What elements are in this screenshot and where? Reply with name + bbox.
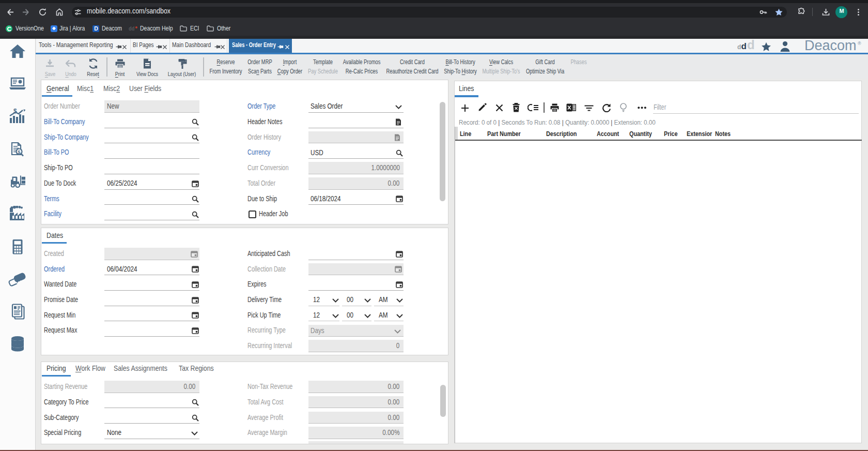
svg-text:$: $ — [18, 149, 20, 154]
svg-text:$: $ — [13, 109, 17, 115]
